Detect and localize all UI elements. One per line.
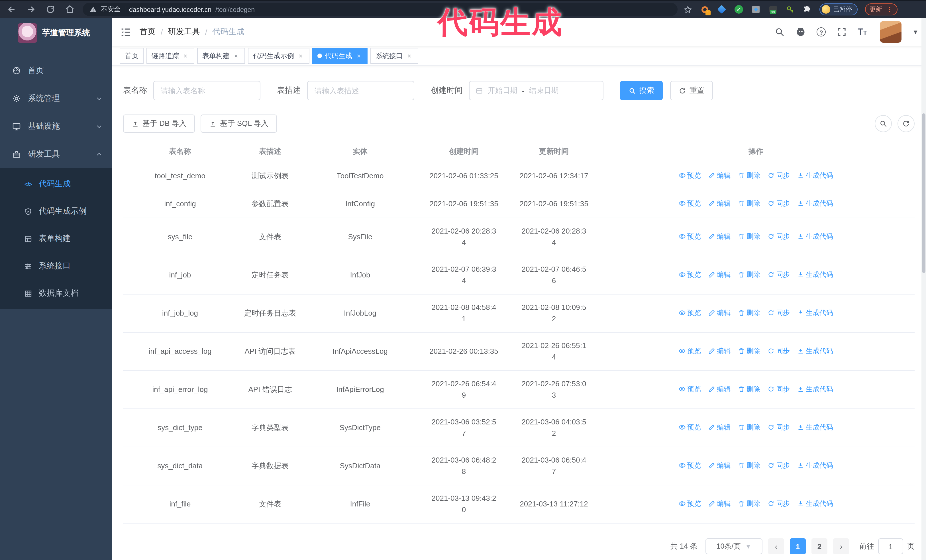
- preview-link[interactable]: 预览: [679, 460, 701, 471]
- sync-link[interactable]: 同步: [767, 198, 790, 209]
- delete-link[interactable]: 删除: [738, 198, 760, 209]
- edit-link[interactable]: 编辑: [708, 345, 731, 357]
- close-icon[interactable]: ×: [406, 52, 413, 60]
- sync-link[interactable]: 同步: [767, 460, 790, 471]
- breadcrumb-home[interactable]: 首页: [139, 27, 156, 37]
- sync-link[interactable]: 同步: [767, 383, 790, 395]
- chevron-down-icon[interactable]: ▼: [912, 29, 918, 35]
- fullscreen-icon[interactable]: [837, 27, 847, 37]
- tag-trace[interactable]: 链路追踪×: [147, 48, 194, 64]
- generate-code-link[interactable]: 生成代码: [797, 231, 833, 242]
- search-icon[interactable]: [775, 27, 785, 37]
- prev-page-button[interactable]: ‹: [768, 538, 784, 554]
- edit-link[interactable]: 编辑: [708, 498, 731, 509]
- close-icon[interactable]: ×: [355, 52, 362, 60]
- extension-on-icon[interactable]: on: [768, 5, 778, 14]
- generate-code-link[interactable]: 生成代码: [797, 383, 833, 395]
- close-icon[interactable]: ×: [297, 52, 304, 60]
- user-avatar[interactable]: [880, 21, 902, 43]
- generate-code-link[interactable]: 生成代码: [797, 421, 833, 433]
- tag-code-generation[interactable]: 代码生成×: [312, 48, 368, 64]
- sidebar-item-database-doc[interactable]: 数据库文档: [0, 280, 112, 307]
- tag-form-builder[interactable]: 表单构建×: [197, 48, 245, 64]
- delete-link[interactable]: 删除: [738, 269, 760, 280]
- sync-link[interactable]: 同步: [767, 498, 790, 509]
- sidebar-item-codegen-example[interactable]: 代码生成示例: [0, 198, 112, 225]
- edit-link[interactable]: 编辑: [708, 198, 731, 209]
- forward-icon[interactable]: [26, 5, 36, 14]
- sidebar-item-system-management[interactable]: 系统管理: [0, 84, 112, 112]
- edit-link[interactable]: 编辑: [708, 383, 731, 395]
- sync-link[interactable]: 同步: [767, 269, 790, 280]
- page-size-select[interactable]: 10条/页 ▼: [705, 538, 763, 554]
- sync-link[interactable]: 同步: [767, 421, 790, 433]
- edit-link[interactable]: 编辑: [708, 460, 731, 471]
- import-sql-button[interactable]: 基于 SQL 导入: [201, 115, 277, 133]
- home-icon[interactable]: [65, 5, 75, 14]
- edit-link[interactable]: 编辑: [708, 307, 731, 318]
- sidebar-item-system-api[interactable]: 系统接口: [0, 252, 112, 280]
- address-bar[interactable]: 不安全 dashboard.yudao.iocoder.cn/tool/code…: [83, 3, 678, 16]
- extension-key-icon[interactable]: [785, 5, 795, 14]
- preview-link[interactable]: 预览: [679, 269, 701, 280]
- sync-link[interactable]: 同步: [767, 170, 790, 181]
- delete-link[interactable]: 删除: [738, 345, 760, 357]
- breadcrumb-dev-tools[interactable]: 研发工具: [168, 27, 200, 37]
- reload-icon[interactable]: [45, 5, 55, 14]
- edit-link[interactable]: 编辑: [708, 170, 731, 181]
- date-range-picker[interactable]: 开始日期 - 结束日期: [469, 81, 604, 100]
- delete-link[interactable]: 删除: [738, 421, 760, 433]
- sidebar-item-home[interactable]: 首页: [0, 56, 112, 84]
- preview-link[interactable]: 预览: [679, 345, 701, 357]
- delete-link[interactable]: 删除: [738, 460, 760, 471]
- page-button-1[interactable]: 1: [790, 538, 806, 554]
- help-icon[interactable]: ?: [817, 27, 826, 36]
- profile-paused-chip[interactable]: 已暂停: [819, 3, 858, 15]
- generate-code-link[interactable]: 生成代码: [797, 198, 833, 209]
- app-logo[interactable]: 芋道管理系统: [0, 18, 112, 48]
- extensions-puzzle-icon[interactable]: [802, 5, 812, 14]
- reset-button[interactable]: 重置: [670, 81, 713, 100]
- extension-orange-icon[interactable]: 1: [700, 5, 710, 14]
- preview-link[interactable]: 预览: [679, 421, 701, 433]
- generate-code-link[interactable]: 生成代码: [797, 460, 833, 471]
- font-size-icon[interactable]: TT: [858, 27, 867, 37]
- tag-system-api[interactable]: 系统接口×: [371, 48, 418, 64]
- sync-link[interactable]: 同步: [767, 231, 790, 242]
- page-button-2[interactable]: 2: [811, 538, 828, 554]
- sidebar-item-dev-tools[interactable]: 研发工具: [0, 140, 112, 168]
- delete-link[interactable]: 删除: [738, 307, 760, 318]
- delete-link[interactable]: 删除: [738, 170, 760, 181]
- tag-codegen-example[interactable]: 代码生成示例×: [248, 48, 309, 64]
- edit-link[interactable]: 编辑: [708, 269, 731, 280]
- delete-link[interactable]: 删除: [738, 231, 760, 242]
- generate-code-link[interactable]: 生成代码: [797, 307, 833, 318]
- preview-link[interactable]: 预览: [679, 198, 701, 209]
- browser-menu-icon[interactable]: ⋮: [886, 5, 893, 14]
- import-db-button[interactable]: 基于 DB 导入: [123, 115, 195, 133]
- bookmark-star-icon[interactable]: [683, 5, 692, 14]
- scrollbar-track[interactable]: [921, 18, 926, 560]
- sidebar-item-form-builder[interactable]: 表单构建: [0, 225, 112, 252]
- edit-link[interactable]: 编辑: [708, 421, 731, 433]
- toggle-search-button[interactable]: [875, 115, 892, 132]
- tag-home[interactable]: 首页: [120, 48, 144, 64]
- sync-link[interactable]: 同步: [767, 345, 790, 357]
- browser-update-button[interactable]: 更新 ⋮: [865, 3, 897, 15]
- scrollbar-thumb[interactable]: [922, 113, 925, 273]
- preview-link[interactable]: 预览: [679, 170, 701, 181]
- close-icon[interactable]: ×: [233, 52, 240, 60]
- table-name-input[interactable]: [153, 81, 260, 100]
- next-page-button[interactable]: ›: [833, 538, 849, 554]
- table-desc-input[interactable]: [307, 81, 414, 100]
- extension-gem-icon[interactable]: [717, 5, 726, 14]
- generate-code-link[interactable]: 生成代码: [797, 345, 833, 357]
- back-icon[interactable]: [7, 5, 17, 14]
- generate-code-link[interactable]: 生成代码: [797, 498, 833, 509]
- generate-code-link[interactable]: 生成代码: [797, 269, 833, 280]
- extension-grid-icon[interactable]: [751, 5, 761, 14]
- refresh-table-button[interactable]: [897, 115, 915, 132]
- extension-check-icon[interactable]: ✓: [734, 5, 744, 14]
- sidebar-item-code-generation[interactable]: </> 代码生成: [0, 171, 112, 198]
- preview-link[interactable]: 预览: [679, 383, 701, 395]
